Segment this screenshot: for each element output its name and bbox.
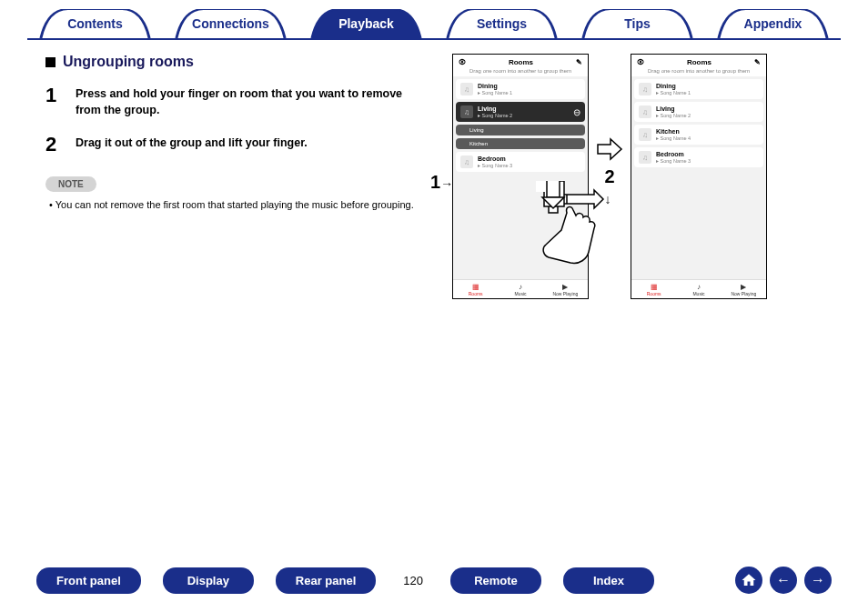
square-bullet-icon (45, 57, 56, 67)
edit-icon: ✎ (576, 58, 582, 66)
top-tabs: Contents Connections Playback Settings T… (0, 0, 868, 38)
phone-mockups: 1→ ⦿ Rooms ✎ Drag one room into another … (452, 54, 832, 299)
footer-rooms: ▦Rooms (453, 283, 498, 296)
phone-before: ⦿ Rooms ✎ Drag one room into another to … (452, 54, 589, 299)
menu-icon: ⦿ (459, 58, 466, 66)
tab-label: Playback (298, 9, 434, 38)
svg-rect-2 (547, 181, 560, 197)
room-item: ♫ Living▸ Song Name 2 (634, 102, 763, 122)
page-number: 120 (398, 567, 429, 594)
arrow-right-icon (596, 135, 623, 163)
tab-contents[interactable]: Contents (27, 9, 163, 38)
page-content: Ungrouping rooms 1 Press and hold your f… (0, 40, 868, 299)
front-panel-button[interactable]: Front panel (36, 567, 141, 594)
footer-nowplaying: ▶Now Playing (722, 283, 766, 296)
svg-rect-0 (544, 181, 564, 206)
room-item-dining: ♫ Dining ▸ Song Name 1 (456, 79, 585, 99)
room-subitem-living: Living (456, 125, 585, 135)
tab-connections[interactable]: Connections (163, 9, 298, 38)
callout-2: 2↓ (604, 166, 614, 208)
phone-header: ⦿ Rooms ✎ (631, 55, 766, 68)
menu-icon: ⦿ (637, 58, 644, 66)
music-note-icon: ♫ (460, 105, 473, 118)
step-text: Drag it out of the group and lift your f… (76, 133, 308, 152)
index-button[interactable]: Index (563, 567, 654, 594)
step-text: Press and hold your finger on room that … (76, 84, 425, 118)
tab-appendix[interactable]: Appendix (705, 9, 841, 38)
footer-nowplaying: ▶Now Playing (543, 283, 588, 296)
home-icon (741, 572, 757, 588)
music-note-icon: ♫ (639, 128, 651, 141)
music-icon: ♪ (498, 283, 542, 291)
room-item-bedroom: ♫ Bedroom ▸ Song Name 3 (456, 152, 585, 172)
display-button[interactable]: Display (163, 567, 254, 594)
home-button[interactable] (735, 567, 762, 594)
phone-header: ⦿ Rooms ✎ (453, 55, 588, 68)
step-2: 2 Drag it out of the group and lift your… (45, 133, 425, 156)
step-1: 1 Press and hold your finger on room tha… (45, 84, 425, 118)
prev-button[interactable]: ← (770, 567, 797, 594)
play-icon: ▶ (543, 283, 588, 291)
collapse-icon: ⊖ (573, 107, 580, 117)
phone-body: ♫ Dining▸ Song Name 1 ♫ Living▸ Song Nam… (631, 76, 766, 279)
between-arrow: 2↓ (596, 54, 623, 208)
room-item: ♫ Dining▸ Song Name 1 (634, 79, 763, 99)
tab-settings[interactable]: Settings (434, 9, 570, 38)
rear-panel-button[interactable]: Rear panel (276, 567, 376, 594)
phone-after: ⦿ Rooms ✎ Drag one room into another to … (631, 54, 767, 299)
arrow-right-icon: → (811, 572, 825, 588)
music-note-icon: ♫ (639, 105, 651, 118)
illustration-column: 1→ ⦿ Rooms ✎ Drag one room into another … (452, 54, 832, 299)
tab-label: Tips (570, 9, 705, 38)
phone-body: ♫ Dining ▸ Song Name 1 ♫ Living ▸ Song N… (453, 76, 588, 279)
svg-marker-1 (536, 181, 563, 197)
instructions-column: Ungrouping rooms 1 Press and hold your f… (45, 54, 425, 299)
note-text: You can not remove the first room that s… (49, 197, 425, 213)
room-subitem-kitchen: Kitchen (456, 138, 585, 149)
svg-marker-3 (542, 197, 564, 208)
tab-label: Contents (27, 9, 163, 38)
arrow-left-icon: ← (776, 572, 791, 588)
tab-label: Connections (163, 9, 298, 38)
footer-rooms: ▦Rooms (631, 283, 676, 296)
step-number: 1 (45, 84, 62, 107)
play-icon: ▶ (722, 283, 766, 291)
phone-footer: ▦Rooms ♪Music ▶Now Playing (631, 279, 766, 298)
room-item: ♫ Bedroom▸ Song Name 3 (634, 147, 763, 167)
music-note-icon: ♫ (460, 83, 473, 95)
music-note-icon: ♫ (639, 83, 651, 95)
music-note-icon: ♫ (460, 156, 473, 168)
tab-label: Settings (434, 9, 570, 38)
footer-music: ♪Music (498, 283, 542, 296)
note-badge: NOTE (45, 176, 96, 192)
nav-icon-group: ← → (735, 567, 832, 594)
rooms-icon: ▦ (453, 283, 498, 291)
phone-title: Rooms (509, 58, 533, 66)
footer-music: ♪Music (676, 283, 721, 296)
section-title-text: Ungrouping rooms (63, 54, 194, 70)
room-item-living-group: ♫ Living ▸ Song Name 2 ⊖ (456, 102, 585, 122)
rooms-icon: ▦ (631, 283, 676, 291)
phone-title: Rooms (687, 58, 712, 66)
phone-hint: Drag one room into another to group them (453, 68, 588, 76)
bottom-nav: Front panel Display Rear panel 120 Remot… (0, 567, 868, 594)
edit-icon: ✎ (754, 58, 761, 66)
step-number: 2 (45, 133, 62, 156)
music-icon: ♪ (676, 283, 721, 291)
section-title: Ungrouping rooms (45, 54, 425, 70)
callout-1: 1→ (430, 172, 453, 193)
tab-label: Appendix (705, 9, 841, 38)
tab-tips[interactable]: Tips (570, 9, 705, 38)
tab-playback[interactable]: Playback (298, 9, 434, 38)
phone-hint: Drag one room into another to group them (631, 68, 766, 76)
music-note-icon: ♫ (639, 151, 651, 164)
next-button[interactable]: → (804, 567, 832, 594)
remote-button[interactable]: Remote (450, 567, 541, 594)
room-item: ♫ Kitchen▸ Song Name 4 (634, 125, 763, 145)
phone-footer: ▦Rooms ♪Music ▶Now Playing (453, 279, 588, 298)
